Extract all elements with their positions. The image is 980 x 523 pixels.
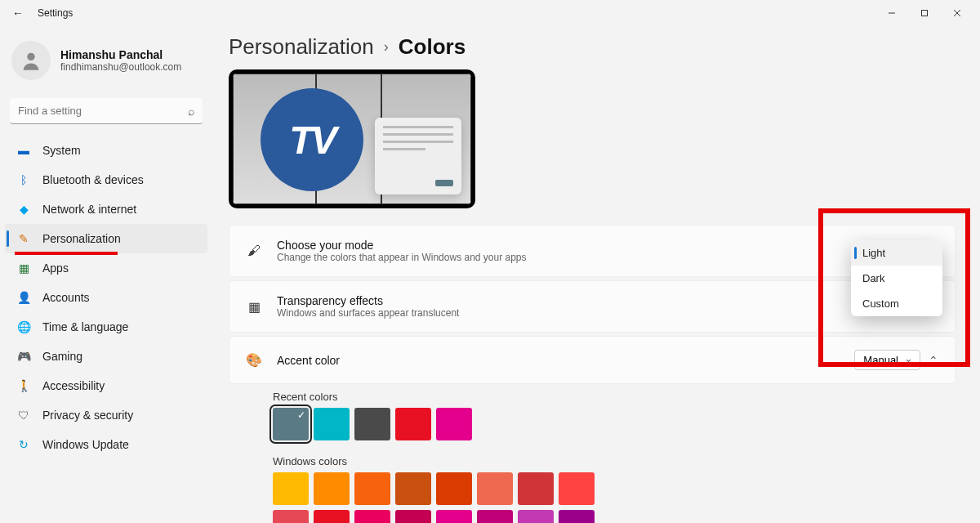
recent-color-swatch[interactable]	[314, 408, 350, 440]
nav-icon: ↻	[16, 437, 31, 452]
tv-logo: TV	[261, 88, 363, 191]
theme-preview: TV	[229, 69, 475, 208]
transparency-row[interactable]: ▦ Transparency effects Windows and surfa…	[229, 280, 956, 333]
windows-color-swatch[interactable]	[559, 472, 595, 505]
windows-color-swatch[interactable]	[314, 510, 350, 523]
windows-color-swatch[interactable]	[273, 510, 309, 523]
sidebar-item-label: Time & language	[42, 320, 128, 333]
nav-icon: 🎮	[16, 349, 31, 364]
windows-color-swatch[interactable]	[559, 510, 595, 523]
sidebar-item-label: Accounts	[42, 291, 90, 304]
nav-icon: ◆	[16, 202, 31, 217]
choose-mode-sub: Change the colors that appear in Windows…	[277, 252, 527, 263]
nav-icon: 🌐	[16, 320, 31, 334]
sidebar-item-label: System	[42, 144, 81, 157]
choose-mode-row[interactable]: 🖌 Choose your mode Change the colors tha…	[229, 225, 956, 277]
sidebar-item-gaming[interactable]: 🎮Gaming	[5, 342, 207, 371]
transparency-icon: ▦	[246, 298, 262, 315]
nav-icon: 👤	[16, 290, 31, 305]
windows-colors-swatches	[273, 472, 599, 523]
sidebar-item-label: Accessibility	[42, 379, 105, 392]
nav-icon: ᛒ	[16, 172, 31, 187]
windows-color-swatch[interactable]	[273, 472, 309, 505]
user-profile[interactable]: Himanshu Panchal findhimanshu@outlook.co…	[5, 34, 207, 93]
accent-color-row[interactable]: 🎨 Accent color Manual ⌃	[229, 336, 956, 384]
windows-color-swatch[interactable]	[354, 510, 390, 523]
windows-color-swatch[interactable]	[354, 472, 390, 505]
mode-option-light[interactable]: Light	[851, 240, 942, 266]
search-icon: ⌕	[188, 105, 194, 118]
sidebar-item-accounts[interactable]: 👤Accounts	[5, 283, 207, 312]
accent-mode-dropdown[interactable]: Manual	[854, 350, 920, 370]
sidebar-item-label: Windows Update	[42, 438, 129, 451]
sidebar-item-bluetooth-devices[interactable]: ᛒBluetooth & devices	[5, 165, 207, 194]
brush-icon: 🖌	[246, 243, 262, 259]
back-button[interactable]: ←	[7, 2, 29, 25]
sidebar-item-label: Apps	[42, 262, 69, 275]
sidebar-item-label: Bluetooth & devices	[42, 173, 144, 186]
sidebar-item-network-internet[interactable]: ◆Network & internet	[5, 194, 207, 224]
windows-color-swatch[interactable]	[477, 510, 513, 523]
recent-color-swatch[interactable]	[273, 408, 309, 440]
close-button[interactable]	[941, 2, 973, 25]
recent-colors-label: Recent colors	[273, 391, 956, 403]
sidebar-item-apps[interactable]: ▦Apps	[5, 253, 207, 283]
svg-point-4	[27, 53, 34, 60]
sidebar-item-windows-update[interactable]: ↻Windows Update	[5, 430, 207, 459]
transparency-title: Transparency effects	[277, 294, 459, 307]
minimize-button[interactable]	[875, 2, 908, 25]
page-title: Colors	[399, 34, 466, 60]
nav-icon: ✎	[16, 231, 31, 246]
windows-color-swatch[interactable]	[436, 472, 472, 505]
svg-rect-1	[922, 11, 928, 16]
nav-icon: 🚶	[16, 378, 31, 393]
nav-list: ▬SystemᛒBluetooth & devices◆Network & in…	[5, 136, 207, 459]
windows-colors-label: Windows colors	[273, 455, 956, 467]
breadcrumb: Personalization › Colors	[229, 34, 956, 60]
nav-icon: ▦	[16, 261, 31, 275]
sidebar-item-accessibility[interactable]: 🚶Accessibility	[5, 371, 207, 400]
sidebar-item-label: Gaming	[42, 350, 82, 363]
nav-icon: 🛡	[16, 408, 31, 422]
preview-window	[375, 118, 461, 194]
maximize-button[interactable]	[908, 2, 941, 25]
sidebar-item-personalization[interactable]: ✎Personalization	[5, 224, 207, 253]
windows-color-swatch[interactable]	[518, 510, 554, 523]
windows-color-swatch[interactable]	[477, 472, 513, 505]
palette-icon: 🎨	[246, 352, 262, 369]
sidebar-item-label: Personalization	[42, 232, 121, 245]
choose-mode-title: Choose your mode	[277, 239, 527, 252]
breadcrumb-parent[interactable]: Personalization	[229, 34, 374, 60]
avatar	[11, 41, 51, 80]
windows-color-swatch[interactable]	[436, 510, 472, 523]
sidebar-item-privacy-security[interactable]: 🛡Privacy & security	[5, 400, 207, 430]
mode-option-dark[interactable]: Dark	[851, 266, 942, 291]
chevron-up-icon[interactable]: ⌃	[929, 354, 938, 367]
sidebar-item-label: Network & internet	[42, 203, 136, 216]
sidebar-item-system[interactable]: ▬System	[5, 136, 207, 165]
user-name: Himanshu Panchal	[60, 48, 181, 61]
mode-option-custom[interactable]: Custom	[851, 291, 942, 316]
recent-color-swatch[interactable]	[436, 408, 472, 440]
user-email: findhimanshu@outlook.com	[60, 61, 181, 73]
windows-color-swatch[interactable]	[395, 510, 431, 523]
windows-color-swatch[interactable]	[518, 472, 554, 505]
sidebar-item-label: Privacy & security	[42, 409, 133, 422]
recent-color-swatch[interactable]	[354, 408, 390, 440]
mode-dropdown-menu: LightDarkCustom	[851, 240, 942, 316]
search-input[interactable]	[10, 98, 203, 124]
transparency-sub: Windows and surfaces appear translucent	[277, 307, 459, 319]
windows-color-swatch[interactable]	[314, 472, 350, 505]
recent-colors-swatches	[273, 408, 956, 440]
sidebar-item-time-language[interactable]: 🌐Time & language	[5, 312, 207, 342]
accent-color-title: Accent color	[277, 354, 340, 367]
window-title: Settings	[38, 7, 73, 19]
nav-icon: ▬	[16, 143, 31, 158]
windows-color-swatch[interactable]	[395, 472, 431, 505]
sidebar: Himanshu Panchal findhimanshu@outlook.co…	[0, 26, 212, 523]
recent-color-swatch[interactable]	[395, 408, 431, 440]
chevron-right-icon: ›	[384, 38, 389, 56]
